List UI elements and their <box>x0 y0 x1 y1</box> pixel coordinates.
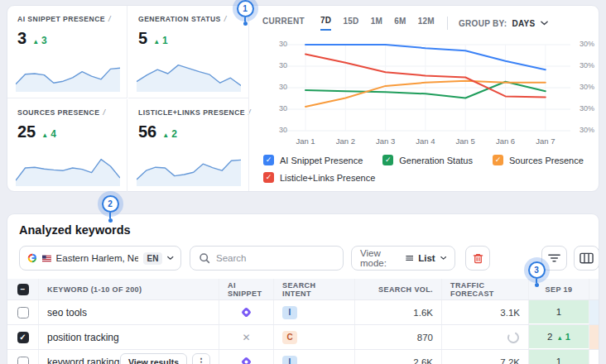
axis-tick-label: Jan 5 <box>445 136 485 146</box>
search-vol-value: 2.6K <box>355 350 442 364</box>
header-sep-19[interactable]: SEP 19 <box>529 279 589 299</box>
legend-generation-status[interactable]: ✓Generation Status <box>382 155 473 165</box>
search-box <box>190 246 344 271</box>
chevron-down-icon <box>440 256 446 261</box>
legend-ai-snippet-presence[interactable]: ✓AI Snippet Presence <box>263 155 363 165</box>
view-results-button[interactable]: View results <box>120 353 187 364</box>
tab-15d[interactable]: 15D <box>343 17 358 30</box>
traffic-forecast-value: 7.2K <box>442 350 529 364</box>
no-snippet-icon: ✕ <box>242 332 250 343</box>
group-by-select[interactable]: GROUP BY: DAYS <box>459 19 548 28</box>
location-select[interactable]: Eastern Harlem, New... EN <box>19 246 181 271</box>
row-menu-button[interactable]: ⋮ <box>192 353 210 364</box>
row-checkbox[interactable]: ✓ <box>17 332 29 343</box>
loading-spinner-icon <box>507 331 520 344</box>
next-date-cell <box>589 325 599 349</box>
header-search-vol[interactable]: SEARCH VOL. <box>355 279 442 299</box>
search-icon <box>199 252 210 264</box>
keyword-text: position tracking <box>47 332 119 343</box>
view-mode-select[interactable]: View mode: List <box>351 246 455 271</box>
section-title: Analyzed keywords <box>19 223 131 237</box>
tab-12m[interactable]: 12M <box>418 17 435 30</box>
trash-icon <box>472 252 484 265</box>
sparkline-chart <box>137 54 241 92</box>
keyword-text: seo tools <box>47 307 87 318</box>
axis-tick-label: Jan 4 <box>406 136 445 146</box>
select-all-checkbox[interactable]: – <box>17 284 29 295</box>
card-ai-snippet-presence[interactable]: AI SNIPPET PRESENCE/ 3▲3 <box>7 6 127 98</box>
intent-badge: I <box>282 356 297 364</box>
columns-icon <box>580 252 594 264</box>
legend-sources-presence[interactable]: ✓Sources Presence <box>493 155 584 165</box>
card-listicle-links-presence[interactable]: LISTICLE+LINKS PRESENCE/ 56▲2 <box>128 99 248 192</box>
axis-tick-label: Jan 1 <box>286 136 325 146</box>
card-delta: ▲3 <box>32 35 47 46</box>
language-chip: EN <box>143 252 163 265</box>
card-label: SOURCES PRESENCE <box>17 108 99 117</box>
axis-tick-label: 30% <box>580 83 594 91</box>
row-checkbox[interactable]: ✓ <box>17 307 29 318</box>
google-icon <box>27 252 37 264</box>
card-sources-presence[interactable]: SOURCES PRESENCE/ 25▲4 <box>7 99 127 192</box>
sparkline-chart <box>16 54 120 92</box>
header-ai-snippet[interactable]: AI SNIPPET <box>219 279 274 299</box>
card-generation-status[interactable]: GENERATION STATUS/ 5▲1 <box>128 6 248 98</box>
axis-tick-label: Jan 7 <box>526 136 565 146</box>
header-keyword[interactable]: KEYWORD (1-10 OF 200) <box>39 279 219 299</box>
chevron-down-icon <box>541 21 548 26</box>
axis-tick-label: 30% <box>580 40 594 48</box>
position-cell: 1 <box>529 350 589 364</box>
axis-tick-label: 30 <box>266 83 287 91</box>
axis-tick-label: 30 <box>266 126 287 134</box>
table-row: ✓ keyword ranking View results⋮ I 2.6K 7… <box>7 350 599 364</box>
delta-up-icon: ▲ <box>41 132 48 139</box>
tab-current[interactable]: CURRENT <box>262 17 305 30</box>
sparkline-chart <box>16 148 120 186</box>
metric-cards: AI SNIPPET PRESENCE/ 3▲3 GENERATION STAT… <box>7 6 248 191</box>
axis-tick-label: 30 <box>266 40 287 48</box>
delta-up-icon: ▲ <box>32 38 39 46</box>
row-checkbox[interactable]: ✓ <box>17 357 29 364</box>
line-chart <box>256 39 587 143</box>
search-input[interactable] <box>216 253 324 263</box>
tab-1m[interactable]: 1M <box>371 17 383 30</box>
tab-7d[interactable]: 7D <box>320 16 331 31</box>
info-icon: / <box>108 15 111 23</box>
traffic-forecast-value: 3.1K <box>442 300 529 324</box>
card-value: 5 <box>138 29 147 48</box>
card-delta: ▲1 <box>153 35 168 46</box>
intent-badge: I <box>282 306 297 319</box>
delta-up-icon: ▲ <box>162 132 169 139</box>
header-search-intent[interactable]: SEARCH INTENT <box>274 279 355 299</box>
checkbox-checked-icon: ✓ <box>493 155 503 165</box>
filter-button[interactable] <box>541 246 567 271</box>
analyzed-keywords-panel: Analyzed keywords Eastern Harlem, New...… <box>7 213 599 364</box>
position-cell: 1 <box>529 300 589 324</box>
overview-panel: AI SNIPPET PRESENCE/ 3▲3 GENERATION STAT… <box>7 5 599 192</box>
axis-tick-label: Jan 3 <box>366 136 406 146</box>
axis-tick-label: 30% <box>580 104 594 113</box>
checkbox-checked-icon: ✓ <box>263 155 274 165</box>
location-text: Eastern Harlem, New... <box>56 253 138 263</box>
ai-snippet-icon <box>240 356 252 364</box>
delta-up-icon: ▲ <box>153 38 160 46</box>
table-row: ✓ position tracking ✕ C 870 2▲1 <box>7 325 599 350</box>
list-view-icon <box>406 254 414 262</box>
delta-up-icon: ▲ <box>556 334 562 342</box>
card-label: LISTICLE+LINKS PRESENCE <box>138 108 245 117</box>
header-traffic-forecast[interactable]: TRAFFIC FORECAST <box>442 279 529 299</box>
card-value: 3 <box>17 29 26 48</box>
next-date-cell <box>589 300 599 324</box>
dashboard: AI SNIPPET PRESENCE/ 3▲3 GENERATION STAT… <box>0 0 606 364</box>
card-delta: ▲4 <box>41 128 56 140</box>
keywords-table: – KEYWORD (1-10 OF 200) AI SNIPPET SEARC… <box>7 279 599 364</box>
columns-button[interactable] <box>574 246 599 271</box>
divider <box>447 17 448 30</box>
next-date-cell <box>589 350 599 364</box>
delete-button[interactable] <box>465 246 490 271</box>
axis-tick-label: Jan 2 <box>325 136 365 146</box>
info-icon: / <box>224 15 227 23</box>
legend-listicle-links-presence[interactable]: ✓Listicle+Links Presence <box>263 172 375 183</box>
us-flag-icon <box>42 255 51 262</box>
tab-6m[interactable]: 6M <box>394 17 406 30</box>
